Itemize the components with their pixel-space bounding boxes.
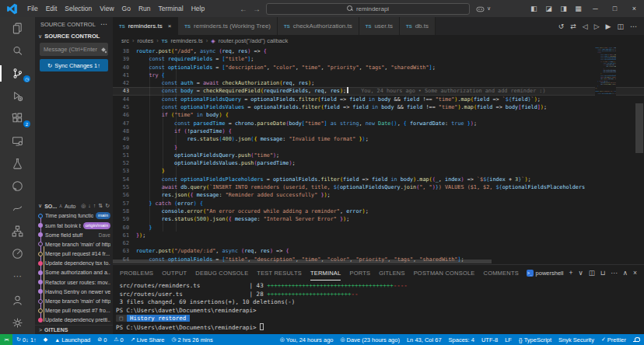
toggle-primary-sidebar-icon[interactable]: ◧ xyxy=(527,5,541,12)
tab-reminders-ts[interactable]: TSreminders.ts× xyxy=(113,17,178,35)
status-language-mode[interactable]: {}TypeScript xyxy=(519,336,551,343)
commit-item[interactable]: Some field stuffDave xyxy=(35,230,113,239)
close-panel-icon[interactable]: × xyxy=(633,269,637,277)
status-eol[interactable]: LF xyxy=(505,336,512,343)
scm-graph-header[interactable]: ∨ SO... Y Auto ◎↓↑⇅↻ xyxy=(35,201,113,211)
code-editor[interactable]: 38router.post("/add", async (req, res) =… xyxy=(113,47,644,264)
run-file-icon[interactable]: ▶ xyxy=(606,23,611,30)
menu-selection[interactable]: Selection xyxy=(61,5,96,12)
more-actions-icon[interactable]: ⋯ xyxy=(100,20,107,28)
activity-source-control[interactable]: ◷ xyxy=(0,62,35,85)
commit-message-input[interactable] xyxy=(40,43,108,56)
commit-item[interactable]: Time parsing functio...main xyxy=(35,211,113,221)
close-button[interactable]: × xyxy=(625,0,644,17)
minimap[interactable]: router.post("/add", async (req, res) => … xyxy=(595,47,616,165)
next-change-icon[interactable]: ▷ xyxy=(594,23,600,30)
graph-auto-label[interactable]: Auto xyxy=(65,204,75,209)
activity-search[interactable] xyxy=(0,40,35,62)
status-cursor-position[interactable]: Ln 43, Col 67 xyxy=(407,336,442,343)
kill-terminal-icon[interactable]: ⊔ xyxy=(600,269,606,277)
tab-user-ts[interactable]: TSuser.ts xyxy=(359,17,400,35)
split-terminal-icon[interactable]: ◫ xyxy=(589,269,595,277)
status-snyk-security[interactable]: Snyk Security xyxy=(558,336,594,343)
panel-tab-terminal[interactable]: TERMINAL xyxy=(310,265,341,281)
activity-extensions[interactable]: 2 xyxy=(0,107,35,130)
panel-tab-gitlens[interactable]: GITLENS xyxy=(379,265,405,281)
commit-item[interactable]: Refactor user routes: mov... xyxy=(35,277,113,287)
status-sync-status[interactable]: ↻0↓ 1↑ xyxy=(16,336,37,343)
pull-icon[interactable]: ↓ xyxy=(88,203,91,209)
status-formatter[interactable]: ✓Prettier xyxy=(601,336,626,343)
commit-item[interactable]: Having Sentry on newer versi... xyxy=(35,287,113,296)
refresh-icon[interactable]: ↻ xyxy=(105,203,110,209)
repo-icon[interactable]: ◎ xyxy=(81,203,86,209)
status-encoding[interactable]: UTF-8 xyxy=(481,336,498,343)
menu-file[interactable]: File xyxy=(23,5,42,12)
breadcrumb-item[interactable]: reminders.ts xyxy=(171,37,203,44)
split-editor-icon[interactable]: ◫ xyxy=(617,23,624,30)
commit-item[interactable]: Update dependency tsx to... xyxy=(35,259,113,268)
timeline-icon[interactable]: ↺ xyxy=(558,23,565,30)
push-icon[interactable]: ↑ xyxy=(93,203,96,209)
activity-project-manager[interactable] xyxy=(0,220,35,242)
breadcrumb-item[interactable]: routes xyxy=(138,37,154,44)
menu-view[interactable]: View xyxy=(96,5,117,12)
tab-checkauthorization-ts[interactable]: TScheckAuthorization.ts xyxy=(278,17,359,35)
menu-edit[interactable]: Edit xyxy=(42,5,61,12)
commit-item[interactable]: Merge branch 'main' of http... xyxy=(35,296,113,305)
navigate-back-icon[interactable]: ← xyxy=(240,5,247,13)
activity-github[interactable] xyxy=(0,175,35,197)
maximize-panel-icon[interactable]: ∧ xyxy=(623,269,628,277)
activity-postman[interactable] xyxy=(0,242,35,265)
toggle-panel-icon[interactable]: ◪ xyxy=(541,5,556,12)
panel-tab-test-results[interactable]: TEST RESULTS xyxy=(257,265,302,281)
command-center-search[interactable]: reminderapi xyxy=(266,3,470,15)
status-blame-dave[interactable]: ◎Dave (23 hours ago) xyxy=(340,336,399,343)
status-blame-you[interactable]: ◎You, 24 hours ago xyxy=(280,336,334,343)
minimize-button[interactable]: ─ xyxy=(586,0,605,17)
tab-db-ts[interactable]: TSdb.ts xyxy=(400,17,436,35)
status-warnings[interactable]: ⚠0 xyxy=(114,336,123,343)
remote-indicator[interactable]: >< xyxy=(0,334,12,345)
copilot-menu[interactable]: ∨ xyxy=(475,4,491,14)
panel-tab-debug-console[interactable]: DEBUG CONSOLE xyxy=(195,265,248,281)
commit-item[interactable]: Merge pull request #14 fr... xyxy=(35,249,113,259)
more-icon[interactable]: ⋯ xyxy=(611,269,618,277)
menu-help[interactable]: Help xyxy=(187,5,208,12)
status-live-share[interactable]: ↗Live Share xyxy=(131,336,165,343)
gitlens-section[interactable]: > GITLENS xyxy=(35,325,113,334)
terminal-dropdown-icon[interactable]: ∨ xyxy=(578,269,583,277)
close-tab-icon[interactable]: × xyxy=(168,23,172,30)
commit-item[interactable]: Merge branch 'main' of http... xyxy=(35,239,113,249)
menu-terminal[interactable]: Terminal xyxy=(155,5,187,12)
status-time-tracker[interactable]: ◷2 hrs 26 mins xyxy=(172,336,213,343)
menu-go[interactable]: Go xyxy=(118,5,135,12)
open-changes-icon[interactable]: ⇄ xyxy=(570,23,576,30)
panel-tab-postman-console[interactable]: POSTMAN CONSOLE xyxy=(414,265,475,281)
activity-run-debug[interactable] xyxy=(0,85,35,107)
panel-tab-ports[interactable]: PORTS xyxy=(349,265,370,281)
activity-explorer[interactable] xyxy=(0,17,35,40)
activity-more[interactable]: ⋯ xyxy=(0,265,35,288)
scm-section-header[interactable]: ∨ SOURCE CONTROL xyxy=(35,31,113,41)
vertical-scrollbar[interactable] xyxy=(635,103,643,153)
activity-remote-explorer[interactable] xyxy=(0,130,35,152)
panel-tab-comments[interactable]: COMMENTS xyxy=(484,265,519,281)
toggle-secondary-sidebar-icon[interactable]: ◨ xyxy=(556,5,571,12)
breadcrumb-item[interactable]: src xyxy=(121,37,129,44)
more-actions-icon[interactable]: ⋯ xyxy=(630,23,637,30)
terminal-output[interactable]: src/routes/reminders.ts | 43 +++++++++++… xyxy=(113,281,644,334)
customize-layout-icon[interactable]: ▦ xyxy=(571,5,586,12)
tab-reminders-ts-working-tree[interactable]: TSreminders.ts (Working Tree) xyxy=(178,17,278,35)
status-launchpad[interactable]: ▲Launchpad xyxy=(54,336,90,343)
account-button[interactable] xyxy=(0,289,35,312)
activity-testing[interactable] xyxy=(0,152,35,175)
navigate-forward-icon[interactable]: → xyxy=(253,5,261,13)
breadcrumb-item[interactable]: router.post("/add") callback xyxy=(219,37,289,44)
status-notifications[interactable] xyxy=(633,336,639,343)
horizontal-scrollbar[interactable] xyxy=(113,260,492,263)
commit-item[interactable]: sum fat boink b...origin/main xyxy=(35,221,113,230)
commit-item[interactable]: Some authorization and a... xyxy=(35,268,113,277)
new-terminal-icon[interactable]: + xyxy=(569,269,572,277)
activity-live-share[interactable] xyxy=(0,197,35,220)
